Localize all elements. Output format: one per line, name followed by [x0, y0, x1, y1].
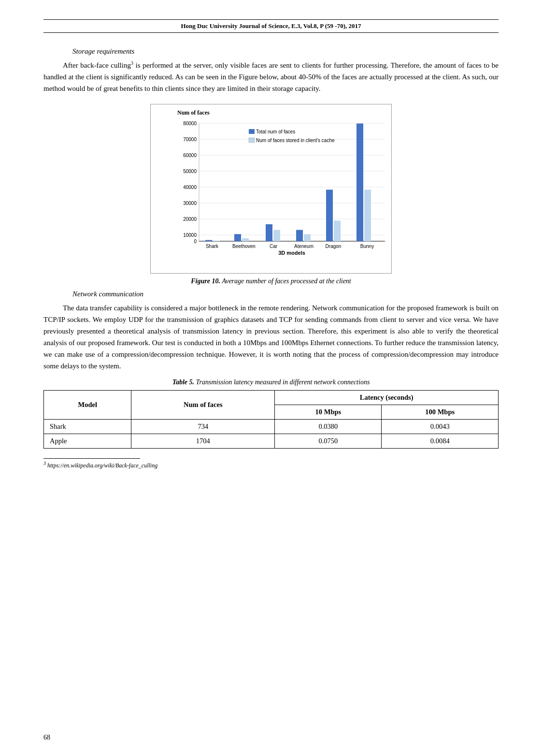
network-heading: Network communication	[72, 290, 499, 298]
cell-lat100-shark: 0.0043	[382, 420, 499, 434]
svg-rect-28	[249, 138, 255, 143]
bar-beethoven-total	[234, 234, 241, 241]
table-caption: Table 5. Transmission latency measured i…	[43, 378, 499, 386]
svg-text:Dragon: Dragon	[326, 244, 342, 249]
figure-caption: Figure 10. Average number of faces proce…	[191, 277, 351, 285]
footnote: 3 https://en.wikipedia.org/wiki/Back-fac…	[43, 461, 499, 469]
cell-model-apple: Apple	[44, 434, 131, 449]
page-header: Hong Duc University Journal of Science, …	[43, 19, 499, 33]
col-model-header: Model	[44, 391, 131, 420]
bar-shark-cached	[213, 241, 220, 241]
col-faces-header: Num of faces	[131, 391, 275, 420]
header-text: Hong Duc University Journal of Science, …	[181, 22, 361, 29]
chart-area: Num of faces 0 10000 20000	[150, 104, 392, 274]
bar-bunny-total	[357, 124, 363, 242]
cell-faces-shark: 734	[131, 420, 275, 434]
bar-ateneum-total	[296, 230, 303, 241]
svg-text:Shark: Shark	[206, 244, 219, 249]
figure-10-container: Num of faces 0 10000 20000	[145, 104, 397, 285]
table-caption-text: Transmission latency measured in differe…	[196, 378, 370, 386]
svg-text:30000: 30000	[183, 201, 197, 206]
cell-faces-apple: 1704	[131, 434, 275, 449]
svg-text:70000: 70000	[183, 137, 197, 142]
bar-beethoven-cached	[242, 238, 249, 241]
footnote-ref: 3	[43, 461, 46, 466]
cell-lat100-apple: 0.0084	[382, 434, 499, 449]
svg-text:Total num of faces: Total num of faces	[256, 129, 295, 134]
svg-text:3D models: 3D models	[278, 250, 305, 256]
svg-text:10000: 10000	[183, 233, 197, 238]
col-latency-group-header: Latency (seconds)	[275, 391, 499, 405]
svg-text:50000: 50000	[183, 169, 197, 174]
bar-shark-total	[205, 240, 212, 241]
bar-chart: 0 10000 20000 30000 40000 50000 60000 70…	[177, 118, 387, 259]
storage-paragraph: After back-face culling3 is performed at…	[43, 59, 499, 94]
svg-text:Car: Car	[270, 244, 278, 249]
table-row: Apple 1704 0.0750 0.0084	[44, 434, 499, 449]
svg-text:0: 0	[194, 239, 197, 244]
bar-ateneum-cached	[304, 234, 311, 242]
chart-title: Num of faces	[177, 109, 386, 116]
cell-model-shark: Shark	[44, 420, 131, 434]
bar-dragon-total	[326, 189, 333, 241]
cell-lat10-shark: 0.0380	[275, 420, 382, 434]
col-100mbps-header: 100 Mbps	[382, 405, 499, 420]
figure-caption-text: Average number of faces processed at the…	[222, 277, 351, 285]
bar-car-total	[266, 224, 272, 241]
svg-rect-26	[249, 129, 255, 134]
svg-text:Num of faces stored in client': Num of faces stored in client's cache	[256, 138, 335, 143]
table-row: Shark 734 0.0380 0.0043	[44, 420, 499, 434]
cell-lat10-apple: 0.0750	[275, 434, 382, 449]
storage-heading: Storage requirements	[72, 47, 499, 56]
network-paragraph: The data transfer capability is consider…	[43, 302, 499, 372]
footnote-divider	[43, 458, 140, 459]
svg-text:40000: 40000	[183, 185, 197, 190]
svg-text:Ateneum: Ateneum	[294, 244, 314, 249]
svg-text:Beethoven: Beethoven	[232, 244, 256, 249]
svg-text:80000: 80000	[183, 121, 197, 126]
figure-label: Figure 10.	[191, 277, 220, 285]
bar-bunny-cached	[364, 189, 371, 241]
page-number: 68	[43, 734, 50, 741]
col-10mbps-header: 10 Mbps	[275, 405, 382, 420]
bar-dragon-cached	[334, 220, 341, 241]
svg-text:20000: 20000	[183, 217, 197, 222]
table-label: Table 5.	[172, 378, 194, 386]
svg-text:Bunny: Bunny	[360, 244, 374, 249]
latency-table: Model Num of faces Latency (seconds) 10 …	[43, 390, 499, 449]
svg-text:60000: 60000	[183, 153, 197, 158]
bar-car-cached	[273, 230, 280, 241]
